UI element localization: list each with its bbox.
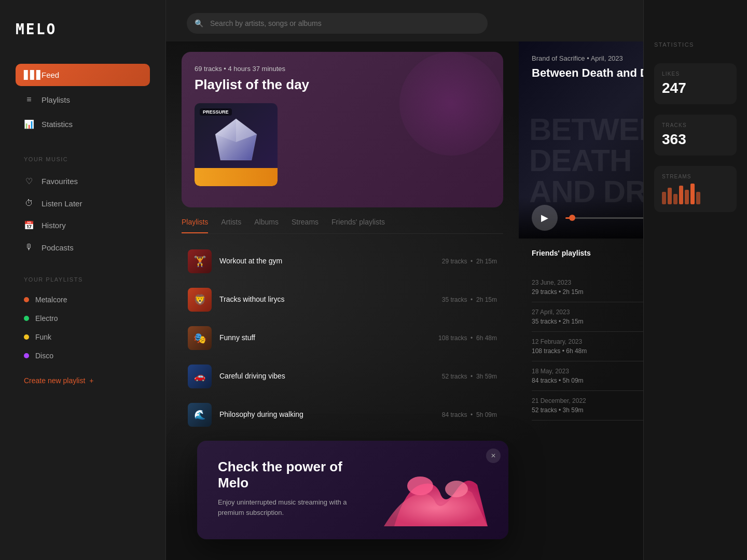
search-input[interactable] — [187, 13, 488, 34]
playlist-title: Playlist of the day — [195, 77, 490, 93]
your-music-label: YOUR MUSIC — [16, 156, 150, 162]
sidebar-item-favourites[interactable]: ♡ Favourites — [16, 170, 150, 192]
tracks-name: Tracks without lirycs — [219, 295, 434, 303]
playlist-info: Tracks without lirycs — [219, 295, 434, 305]
disco-dot — [24, 353, 29, 358]
left-panel: 69 tracks • 4 hours 37 minutes Playlist … — [166, 41, 519, 560]
funny-thumb: 🎭 — [188, 326, 212, 350]
fp-date: 18 May, 2023 — [532, 368, 584, 375]
likes-value: 247 — [662, 80, 729, 96]
list-item[interactable]: 🚗 Careful driving vibes 52 tracks • 3h 5… — [182, 359, 503, 394]
playlists-icon: ≡ — [24, 95, 34, 104]
likes-stat-card: LIKES 247 — [654, 63, 737, 104]
disco-label: Disco — [35, 352, 53, 360]
philosophy-meta: 84 tracks • 5h 09m — [442, 411, 497, 418]
funk-label: Funk — [35, 333, 51, 341]
stats-panel: STATISTICS LIKES 247 TRACKS 363 STREAMS — [643, 0, 747, 560]
tab-friends-playlists[interactable]: Friends' playlists — [331, 218, 385, 233]
tab-playlists[interactable]: Playlists — [182, 218, 208, 233]
list-item[interactable]: 🦁 Tracks without lirycs 35 tracks • 2h 1… — [182, 283, 503, 317]
your-playlists-section: YOUR PLAYLISTS Metalcore Electro Funk Di… — [16, 276, 150, 539]
list-item[interactable]: 🎭 Funny stuff 108 tracks • 6h 48m — [182, 321, 503, 355]
fp-date: 27 April, 2023 — [532, 309, 584, 316]
create-playlist-label: Create new playlist — [24, 376, 85, 385]
playlist-info: Funny stuff — [219, 333, 431, 343]
playlist-item-metalcore[interactable]: Metalcore — [16, 290, 150, 309]
friends-header: Friends' playlists — [532, 249, 591, 257]
playlist-info: Workout at the gym — [219, 257, 434, 267]
fp-date: 23 June, 2023 — [532, 279, 584, 286]
sidebar-item-playlists[interactable]: ≡ Playlists — [16, 89, 150, 110]
playlist-list: 🏋️ Workout at the gym 29 tracks • 2h 15m — [182, 244, 503, 432]
fp-tracks: 84 tracks • 5h 09m — [532, 377, 584, 384]
tabs-row: Playlists Artists Albums Streams Friends… — [182, 218, 503, 234]
app-logo: MELO — [16, 21, 150, 38]
metalcore-dot — [24, 297, 29, 302]
main-nav: ▋▋▋ Feed ≡ Playlists 📊 Statistics — [16, 64, 150, 135]
playlist-meta: 69 tracks • 4 hours 37 minutes — [195, 65, 490, 73]
fp-date: 21 December, 2022 — [532, 397, 586, 404]
fp-info: 23 June, 2023 29 tracks • 2h 15m — [532, 279, 584, 296]
fp-tracks: 29 tracks • 2h 15m — [532, 288, 584, 296]
album-label: PRESSURE — [200, 108, 232, 116]
tracks-thumb: 🦁 — [188, 288, 212, 312]
sidebar-item-statistics[interactable]: 📊 Statistics — [16, 113, 150, 135]
album-base — [195, 168, 278, 186]
tracks-meta: 35 tracks • 2h 15m — [442, 296, 497, 303]
create-playlist-button[interactable]: Create new playlist + — [16, 370, 150, 391]
sidebar-item-label: Statistics — [42, 120, 73, 129]
playlist-info: Philosophy during walking — [219, 410, 434, 420]
funk-dot — [24, 334, 29, 340]
metalcore-label: Metalcore — [35, 296, 67, 304]
clock-icon: ⏱ — [24, 199, 34, 208]
feed-icon: ▋▋▋ — [24, 70, 34, 80]
heart-icon: ♡ — [24, 176, 34, 186]
statistics-icon: 📊 — [24, 119, 34, 129]
fp-info: 12 February, 2023 108 tracks • 6h 48m — [532, 338, 587, 355]
search-wrapper: 🔍 — [187, 13, 488, 34]
tab-artists[interactable]: Artists — [221, 218, 241, 233]
create-playlist-icon: + — [89, 376, 93, 385]
philosophy-thumb: 🌊 — [188, 403, 212, 427]
podcast-icon: 🎙 — [24, 243, 34, 252]
list-item[interactable]: 🏋️ Workout at the gym 29 tracks • 2h 15m — [182, 244, 503, 278]
sidebar: MELO ▋▋▋ Feed ≡ Playlists 📊 Statistics Y… — [0, 0, 166, 560]
playlist-item-disco[interactable]: Disco — [16, 346, 150, 365]
sidebar-item-podcasts[interactable]: 🎙 Podcasts — [16, 236, 150, 258]
tracks-stat-card: TRACKS 363 — [654, 115, 737, 156]
playlist-item-funk[interactable]: Funk — [16, 328, 150, 346]
driving-thumb: 🚗 — [188, 365, 212, 388]
gym-name: Workout at the gym — [219, 257, 434, 265]
sidebar-item-history[interactable]: 📅 History — [16, 214, 150, 236]
playlist-of-day-card: 69 tracks • 4 hours 37 minutes Playlist … — [182, 52, 503, 207]
fp-tracks: 52 tracks • 3h 59m — [532, 407, 586, 414]
fp-info: 21 December, 2022 52 tracks • 3h 59m — [532, 397, 586, 414]
fp-info: 18 May, 2023 84 tracks • 5h 09m — [532, 368, 584, 384]
philosophy-name: Philosophy during walking — [219, 410, 434, 418]
gym-meta: 29 tracks • 2h 15m — [442, 258, 497, 265]
podcasts-label: Podcasts — [42, 243, 74, 252]
sidebar-item-feed[interactable]: ▋▋▋ Feed — [16, 64, 150, 86]
likes-label: LIKES — [662, 71, 729, 77]
tracks-label: TRACKS — [662, 122, 729, 128]
playlist-info: Careful driving vibes — [219, 372, 434, 382]
album-cover[interactable]: PRESSURE — [195, 103, 278, 186]
tab-streams[interactable]: Streams — [292, 218, 319, 233]
driving-meta: 52 tracks • 3h 59m — [442, 373, 497, 380]
fp-tracks: 108 tracks • 6h 48m — [532, 347, 587, 355]
history-label: History — [42, 221, 66, 230]
sidebar-item-label: Feed — [42, 71, 59, 79]
streams-label: STREAMS — [662, 174, 729, 179]
your-playlists-label: YOUR PLAYLISTS — [16, 276, 150, 283]
fp-info: 27 April, 2023 35 tracks • 2h 15m — [532, 309, 584, 325]
electro-dot — [24, 316, 29, 321]
tab-albums[interactable]: Albums — [254, 218, 279, 233]
search-icon: 🔍 — [195, 19, 203, 27]
sidebar-item-listen-later[interactable]: ⏱ Listen Later — [16, 192, 150, 214]
listen-later-label: Listen Later — [42, 199, 82, 208]
funny-name: Funny stuff — [219, 333, 431, 342]
list-item[interactable]: 🌊 Philosophy during walking 84 tracks • … — [182, 398, 503, 432]
playlist-item-electro[interactable]: Electro — [16, 309, 150, 328]
playlists-section: Playlists Artists Albums Streams Friends… — [182, 218, 503, 550]
play-button[interactable]: ▶ — [532, 205, 558, 231]
